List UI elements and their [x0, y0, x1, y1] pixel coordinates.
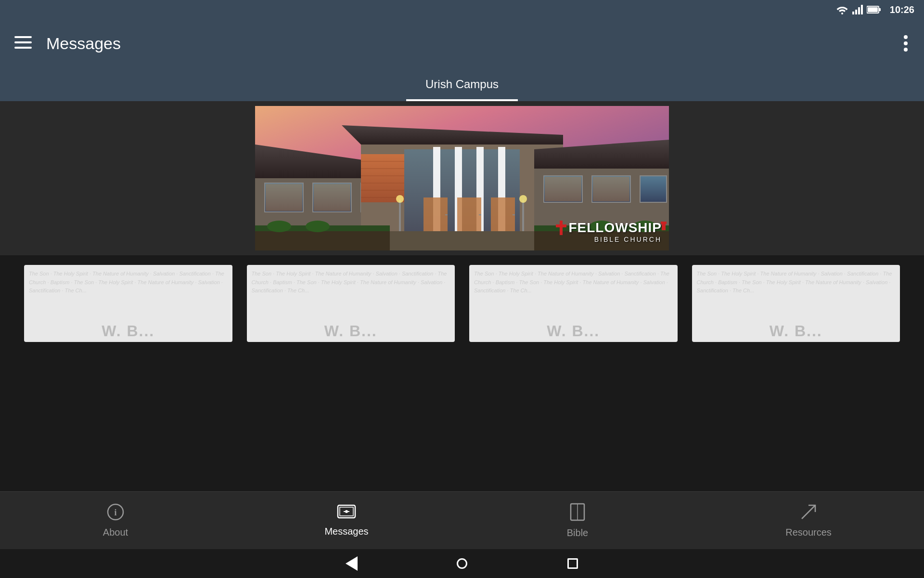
- svg-line-80: [802, 505, 815, 519]
- resources-icon: [800, 503, 817, 523]
- nav-item-messages[interactable]: Messages: [318, 504, 375, 537]
- sermon-card-4[interactable]: The Son · The Holy Spirit · The Nature o…: [692, 265, 900, 342]
- svg-rect-35: [445, 214, 448, 215]
- card-title-1: W. B...: [102, 322, 154, 340]
- svg-rect-55: [593, 177, 629, 201]
- svg-point-0: [841, 13, 843, 14]
- svg-rect-4: [861, 5, 863, 14]
- hero-container: FELLOWSHIP BIBLE CHURCH: [0, 101, 924, 255]
- svg-rect-54: [545, 177, 581, 201]
- nav-label-bible: Bible: [567, 527, 588, 539]
- card-title-overlay-4: W. B...: [692, 320, 900, 342]
- hamburger-menu-icon[interactable]: [14, 36, 32, 51]
- svg-rect-64: [399, 200, 401, 231]
- nav-item-about[interactable]: i About: [87, 503, 144, 538]
- sermon-card-2[interactable]: The Son · The Holy Spirit · The Nature o…: [247, 265, 455, 342]
- card-title-3: W. B...: [547, 322, 600, 340]
- card-title-overlay-2: W. B...: [247, 320, 455, 342]
- back-button[interactable]: [344, 556, 359, 571]
- status-icons: 10:26: [836, 4, 914, 15]
- svg-rect-68: [560, 221, 563, 235]
- tab-urish-campus[interactable]: Urish Campus: [406, 67, 518, 101]
- svg-rect-50: [640, 176, 667, 202]
- svg-rect-6: [879, 8, 881, 11]
- svg-rect-37: [513, 214, 515, 215]
- app-bar: Messages: [0, 19, 924, 67]
- messages-icon: [337, 504, 356, 522]
- nav-label-resources: Resources: [785, 527, 832, 538]
- svg-rect-10: [14, 47, 32, 49]
- svg-rect-33: [457, 197, 481, 231]
- svg-rect-1: [852, 12, 854, 14]
- nav-item-bible[interactable]: Bible: [549, 503, 606, 539]
- svg-point-59: [306, 221, 330, 232]
- system-nav: [0, 549, 924, 578]
- svg-rect-8: [14, 36, 32, 38]
- cross-icon: [556, 221, 566, 235]
- svg-point-67: [519, 195, 527, 203]
- church-logo: FELLOWSHIP BIBLE CHURCH: [556, 220, 662, 243]
- svg-point-74: [345, 510, 348, 513]
- svg-rect-34: [491, 197, 515, 231]
- svg-rect-9: [14, 41, 32, 43]
- card-title-2: W. B...: [324, 322, 377, 340]
- card-title-overlay-1: W. B...: [24, 320, 232, 342]
- card-title-4: W. B...: [770, 322, 822, 340]
- home-button[interactable]: [455, 556, 469, 571]
- signal-icon: [852, 5, 863, 14]
- recents-button[interactable]: [565, 556, 580, 571]
- nav-item-resources[interactable]: Resources: [780, 503, 837, 538]
- main-content: Urish Campus: [0, 67, 924, 491]
- svg-rect-2: [855, 10, 857, 14]
- status-bar: 10:26: [0, 0, 924, 19]
- card-title-overlay-3: W. B...: [469, 320, 678, 342]
- svg-rect-23: [266, 184, 302, 211]
- svg-rect-24: [314, 184, 350, 211]
- svg-text:i: i: [114, 508, 116, 517]
- svg-point-66: [396, 195, 404, 203]
- nav-label-messages: Messages: [324, 526, 368, 537]
- svg-rect-32: [424, 197, 448, 231]
- bottom-nav: i About Messages Bible: [0, 491, 924, 549]
- svg-rect-79: [572, 503, 577, 521]
- more-options-icon[interactable]: [902, 33, 910, 53]
- svg-rect-69: [556, 224, 566, 227]
- cards-container: The Son · The Holy Spirit · The Nature o…: [0, 255, 924, 352]
- svg-rect-7: [868, 7, 878, 12]
- svg-rect-65: [522, 200, 524, 231]
- wifi-icon: [836, 5, 848, 14]
- battery-icon: [867, 5, 881, 14]
- svg-rect-3: [858, 7, 860, 14]
- svg-point-58: [267, 221, 291, 232]
- about-icon: i: [107, 503, 124, 523]
- tab-bar: Urish Campus: [0, 67, 924, 101]
- bible-icon: [570, 503, 585, 524]
- page-title: Messages: [46, 34, 902, 53]
- nav-label-about: About: [103, 527, 128, 538]
- hero-image: FELLOWSHIP BIBLE CHURCH: [255, 106, 669, 250]
- svg-rect-36: [479, 214, 481, 215]
- sermon-card-1[interactable]: The Son · The Holy Spirit · The Nature o…: [24, 265, 232, 342]
- status-time: 10:26: [890, 4, 914, 15]
- sermon-card-3[interactable]: The Son · The Holy Spirit · The Nature o…: [469, 265, 678, 342]
